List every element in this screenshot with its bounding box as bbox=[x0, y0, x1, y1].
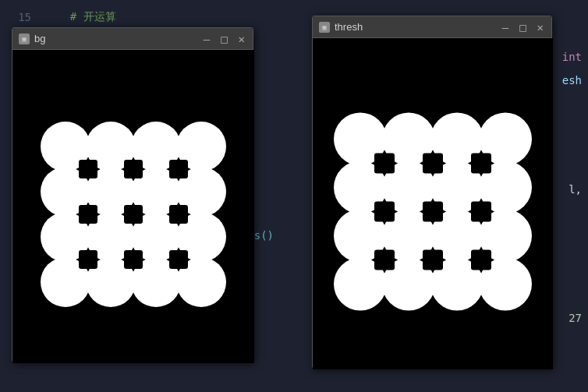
bg-titlebar: ▣ bg — □ ✕ bbox=[12, 28, 253, 50]
thresh-canvas-container bbox=[313, 38, 553, 369]
right-code-comma: l, bbox=[569, 183, 582, 196]
thresh-window: ▣ thresh — □ ✕ bbox=[312, 16, 552, 369]
right-code-int: int bbox=[562, 51, 582, 63]
bg-window: ▣ bg — □ ✕ bbox=[12, 27, 253, 362]
thresh-close-button[interactable]: ✕ bbox=[536, 22, 545, 33]
bg-close-button[interactable]: ✕ bbox=[237, 34, 246, 44]
thresh-canvas bbox=[313, 38, 553, 369]
thresh-window-title: thresh bbox=[335, 21, 363, 33]
thresh-window-icon: ▣ bbox=[319, 22, 330, 33]
bg-minimize-button[interactable]: — bbox=[202, 34, 211, 44]
bg-maximize-button[interactable]: □ bbox=[219, 34, 228, 44]
bg-window-icon: ▣ bbox=[19, 34, 30, 44]
thresh-title-left: ▣ thresh bbox=[319, 21, 363, 33]
bg-title-left: ▣ bg bbox=[19, 33, 45, 44]
thresh-window-controls[interactable]: — □ ✕ bbox=[501, 22, 545, 33]
bg-window-controls[interactable]: — □ ✕ bbox=[202, 34, 246, 44]
thresh-maximize-button[interactable]: □ bbox=[518, 22, 527, 33]
line-num-15: 15 bbox=[6, 11, 31, 23]
right-code-27: 27 bbox=[569, 312, 582, 324]
bg-canvas bbox=[12, 50, 254, 363]
bg-window-title: bg bbox=[34, 33, 45, 44]
right-code-esh: esh bbox=[562, 74, 582, 87]
thresh-titlebar: ▣ thresh — □ ✕ bbox=[313, 16, 551, 38]
thresh-minimize-button[interactable]: — bbox=[501, 22, 510, 33]
bg-canvas-container bbox=[12, 50, 254, 363]
